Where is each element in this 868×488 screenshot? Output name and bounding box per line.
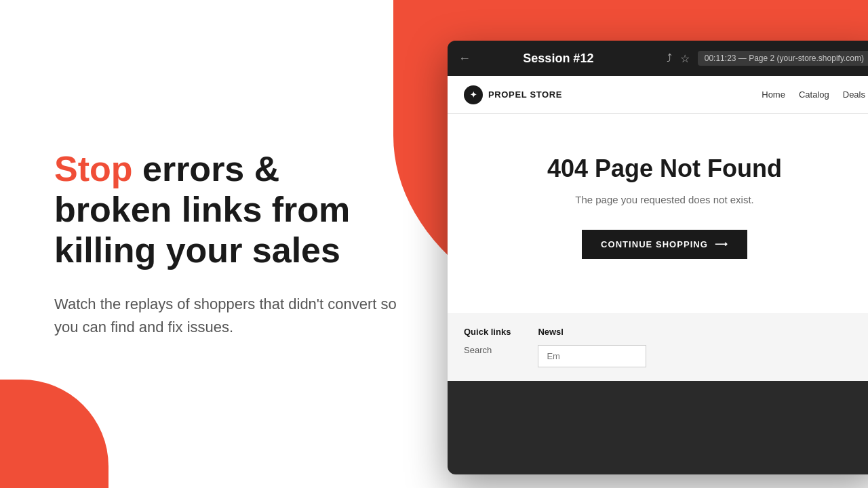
newsletter-email-input[interactable] (538, 345, 646, 367)
continue-shopping-button[interactable]: CONTINUE SHOPPING ⟶ (582, 230, 747, 259)
headline-stop: Stop (54, 149, 133, 188)
nav-deals[interactable]: Deals (843, 89, 865, 100)
continue-btn-label: CONTINUE SHOPPING (601, 239, 708, 249)
left-panel: Stop errors & broken links from killing … (0, 0, 454, 488)
footer-newsletter-title: Newsl (538, 327, 646, 337)
subheadline: Watch the replays of shoppers that didn'… (54, 293, 400, 339)
logo-text: PROPEL STORE (488, 89, 562, 100)
error-subtitle: The page you requested does not exist. (464, 194, 865, 205)
footer-search-link[interactable]: Search (464, 345, 511, 355)
star-icon[interactable]: ☆ (680, 52, 690, 65)
toolbar-icons: ⤴ ☆ (667, 52, 690, 65)
store-nav-links: Home Catalog Deals (762, 89, 865, 100)
store-logo: ✦ PROPEL STORE (464, 85, 748, 104)
main-headline: Stop errors & broken links from killing … (54, 149, 400, 270)
footer-quick-links-title: Quick links (464, 327, 511, 337)
footer-newsletter: Newsl (538, 327, 646, 367)
nav-catalog[interactable]: Catalog (799, 89, 829, 100)
footer-grid: Quick links Search Newsl (464, 327, 865, 367)
url-badge: 00:11:23 — Page 2 (your-store.shopify.co… (698, 51, 868, 66)
browser-toolbar: ← Session #12 ⤴ ☆ 00:11:23 — Page 2 (you… (448, 41, 868, 76)
error-content: 404 Page Not Found The page you requeste… (448, 114, 868, 300)
newsletter-form (538, 345, 646, 367)
session-title: Session #12 (458, 52, 658, 66)
logo-icon: ✦ (464, 85, 483, 104)
store-content: ✦ PROPEL STORE Home Catalog Deals 404 Pa… (448, 76, 868, 381)
error-title: 404 Page Not Found (464, 155, 865, 183)
share-icon[interactable]: ⤴ (667, 52, 672, 65)
continue-arrow-icon: ⟶ (715, 239, 728, 249)
browser-mockup: ← Session #12 ⤴ ☆ 00:11:23 — Page 2 (you… (448, 41, 868, 474)
store-nav: ✦ PROPEL STORE Home Catalog Deals (448, 76, 868, 114)
store-footer: Quick links Search Newsl (448, 313, 868, 381)
nav-home[interactable]: Home (762, 89, 785, 100)
footer-quick-links: Quick links Search (464, 327, 511, 367)
